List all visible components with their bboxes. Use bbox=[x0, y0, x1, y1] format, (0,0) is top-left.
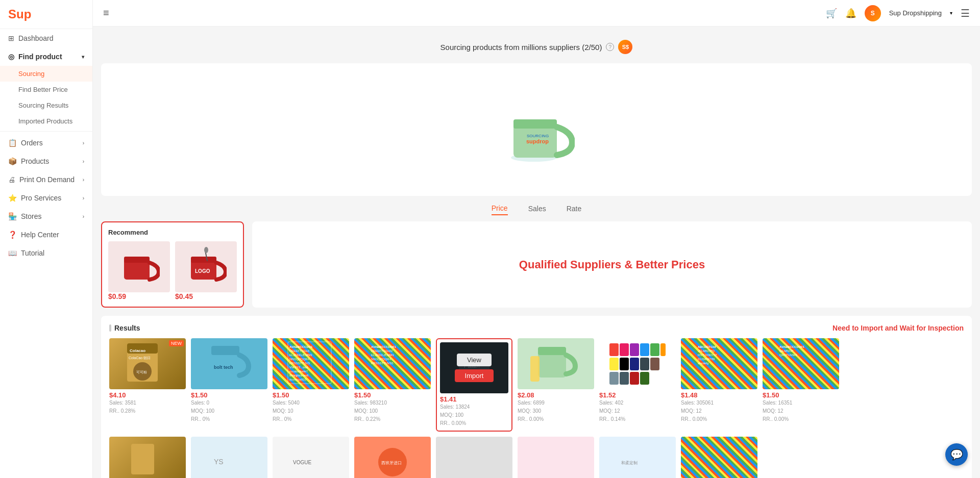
product-thumb-p6 bbox=[518, 338, 594, 389]
svg-text:VWXYZ...bbd: VWXYZ...bbd bbox=[289, 366, 308, 369]
product-grid: Colacao ColaCao 朝日 可可粉 NEW $4.10 Sales: … bbox=[109, 338, 964, 432]
svg-text:AVABBCCCDD1: AVABBCCCDD1 bbox=[289, 345, 313, 348]
credit-icon: S$ bbox=[618, 40, 632, 54]
user-name[interactable]: Sup Dropshipping bbox=[889, 9, 942, 17]
sidebar-item-help-center[interactable]: ❓ Help Center bbox=[0, 225, 92, 244]
product-card-p6[interactable]: $2.08 Sales: 6899MOQ: 300RR.. 0.00% bbox=[518, 338, 594, 432]
product-thumb-r2-7: 和柔定制 bbox=[599, 437, 676, 478]
product-card-p4[interactable]: AVABBCCCDD01 DEEEFTGGHI2 ELJKKKLB,MM3 NN… bbox=[354, 338, 431, 432]
sidebar-item-find-product[interactable]: ◎ Find product ▾ bbox=[0, 47, 92, 66]
svg-text:VOGUE: VOGUE bbox=[293, 460, 311, 465]
sidebar-item-sourcing[interactable]: Sourcing bbox=[0, 66, 92, 82]
svg-text:8hhiijjkkllmm8: 8hhiijjkkllmm8 bbox=[289, 374, 309, 377]
svg-rect-56 bbox=[630, 372, 639, 385]
tab-price[interactable]: Price bbox=[492, 204, 508, 215]
product-card-p9[interactable]: AVABBCCCDD01 IjkLMNOP QRSTUVWX $1.50 Sal… bbox=[763, 338, 839, 432]
svg-rect-8 bbox=[191, 257, 216, 263]
product-stats-p6: Sales: 6899MOQ: 300RR.. 0.00% bbox=[518, 399, 594, 423]
product-card-p7[interactable]: $1.52 Sales: 402MOQ: 12RR.. 0.14% bbox=[599, 338, 676, 432]
svg-text:西班牙进口: 西班牙进口 bbox=[381, 461, 402, 465]
more-menu-icon[interactable]: ☰ bbox=[961, 7, 970, 19]
chevron-right-icon: › bbox=[83, 214, 84, 219]
recommend-product-2[interactable]: LOGO $0.45 bbox=[175, 241, 237, 300]
product-price-p8: $1.48 bbox=[681, 391, 757, 399]
user-dropdown-icon[interactable]: ▾ bbox=[950, 10, 952, 16]
svg-rect-42 bbox=[530, 356, 540, 382]
product-card-r2-2[interactable]: YS bbox=[191, 437, 267, 478]
svg-text:IjkLMNOP: IjkLMNOP bbox=[779, 349, 793, 353]
product-card-p5[interactable]: 产品图片 待检测 View Import $1.41 Sales: 13824M… bbox=[436, 338, 512, 432]
cart-icon[interactable]: 🛒 bbox=[826, 8, 837, 19]
product-thumb-p2: bolt tech bbox=[191, 338, 267, 389]
tab-sales[interactable]: Sales bbox=[528, 205, 546, 215]
banner-card: supdrop SOURCING bbox=[101, 63, 972, 196]
rec-product-img-2: LOGO bbox=[175, 241, 237, 292]
import-button[interactable]: Import bbox=[455, 369, 494, 382]
sidebar-toggle-icon[interactable]: ≡ bbox=[103, 7, 109, 19]
product-price-p6: $2.08 bbox=[518, 391, 594, 399]
product-card-r2-6[interactable] bbox=[518, 437, 594, 478]
main-area: ≡ 🛒 🔔 S Sup Dropshipping ▾ ☰ Sourcing pr… bbox=[93, 0, 980, 478]
sidebar-item-tutorial[interactable]: 📖 Tutorial bbox=[0, 244, 92, 262]
sidebar-item-products[interactable]: 📦 Products › bbox=[0, 152, 92, 170]
product-card-p2[interactable]: bolt tech $1.50 Sales: 0MOQ: 100RR.. 0% bbox=[191, 338, 267, 432]
tutorial-icon: 📖 bbox=[8, 249, 17, 257]
product-card-p3[interactable]: AVABBCCCDD1 DEEEFTGGHI ELJKKKLB,MM3 NNOQ… bbox=[273, 338, 349, 432]
product-card-r2-5[interactable] bbox=[436, 437, 512, 478]
chevron-right-icon: › bbox=[83, 159, 84, 164]
product-thumb-p1: Colacao ColaCao 朝日 可可粉 NEW bbox=[109, 338, 186, 389]
sourcing-header: Sourcing products from millions supplier… bbox=[101, 35, 972, 57]
product-card-r2-1[interactable] bbox=[109, 437, 186, 478]
svg-text:Colacao: Colacao bbox=[130, 348, 145, 353]
info-icon[interactable]: ? bbox=[606, 43, 614, 51]
svg-text:RRSSSTTUVS5: RRSSSTTUVS5 bbox=[371, 362, 394, 365]
sidebar-item-dashboard[interactable]: ⊞ Dashboard bbox=[0, 29, 92, 47]
sidebar-item-pro-services[interactable]: ⭐ Pro Services › bbox=[0, 189, 92, 207]
product-card-p8[interactable]: ABCDEFGHI JKLMNOPQ RSTUVWXYZ 0123456789 … bbox=[681, 338, 757, 432]
tab-rate[interactable]: Rate bbox=[567, 205, 582, 215]
svg-rect-51 bbox=[630, 358, 639, 370]
print-icon: 🖨 bbox=[8, 175, 15, 184]
svg-text:abcdefg: abcdefg bbox=[698, 362, 708, 365]
product-card-r2-4[interactable]: 西班牙进口 bbox=[354, 437, 431, 478]
svg-rect-57 bbox=[640, 372, 649, 385]
recommend-label: Recommend bbox=[108, 229, 237, 236]
sidebar-item-stores[interactable]: 🏪 Stores › bbox=[0, 207, 92, 225]
logo: Sup bbox=[0, 0, 92, 29]
svg-text:ttuvwxyz910: ttuvwxyz910 bbox=[289, 378, 307, 381]
product-card-p1[interactable]: Colacao ColaCao 朝日 可可粉 NEW $4.10 Sales: … bbox=[109, 338, 186, 432]
svg-text:可可粉: 可可粉 bbox=[136, 370, 147, 374]
chat-button[interactable]: 💬 bbox=[945, 443, 968, 466]
svg-rect-50 bbox=[620, 358, 629, 370]
recommend-product-1[interactable]: $0.59 bbox=[108, 241, 170, 300]
product-card-r2-8[interactable] bbox=[681, 437, 757, 478]
pro-services-icon: ⭐ bbox=[8, 194, 17, 202]
view-button[interactable]: View bbox=[457, 354, 492, 366]
svg-text:SOURCING: SOURCING bbox=[527, 134, 549, 138]
svg-text:NNOQPQQR4: NNOQPQQR4 bbox=[289, 358, 310, 361]
chevron-right-icon: › bbox=[83, 140, 84, 146]
svg-text:ABCDEFGHI: ABCDEFGHI bbox=[698, 345, 716, 348]
svg-text:QRSTUVWX: QRSTUVWX bbox=[779, 354, 797, 357]
results-header: Results Need to Import and Wait for Insp… bbox=[109, 324, 964, 332]
sidebar-item-print-on-demand[interactable]: 🖨 Print On Demand › bbox=[0, 170, 92, 189]
sidebar-item-orders[interactable]: 📋 Orders › bbox=[0, 134, 92, 152]
svg-text:supdrop: supdrop bbox=[526, 138, 549, 144]
bell-icon[interactable]: 🔔 bbox=[845, 8, 856, 19]
svg-text:cccddddrefe7: cccddddrefe7 bbox=[289, 370, 308, 373]
sidebar-item-imported-products[interactable]: Imported Products bbox=[0, 113, 92, 129]
svg-rect-41 bbox=[538, 347, 566, 355]
sidebar-item-sourcing-results[interactable]: Sourcing Results bbox=[0, 97, 92, 113]
results-label: Results bbox=[109, 324, 140, 332]
sidebar-item-find-better-price[interactable]: Find Better Price bbox=[0, 82, 92, 97]
product-card-r2-7[interactable]: 和柔定制 bbox=[599, 437, 676, 478]
product-thumb-r2-5 bbox=[436, 437, 512, 478]
svg-rect-54 bbox=[609, 372, 619, 385]
product-thumb-r2-4: 西班牙进口 bbox=[354, 437, 431, 478]
svg-text:bolt tech: bolt tech bbox=[214, 365, 233, 370]
svg-rect-44 bbox=[620, 343, 629, 356]
product-thumb-r2-6 bbox=[518, 437, 594, 478]
product-thumb-p7 bbox=[599, 338, 676, 389]
product-card-r2-3[interactable]: VOGUE bbox=[273, 437, 349, 478]
content-area: Sourcing products from millions supplier… bbox=[93, 27, 980, 478]
